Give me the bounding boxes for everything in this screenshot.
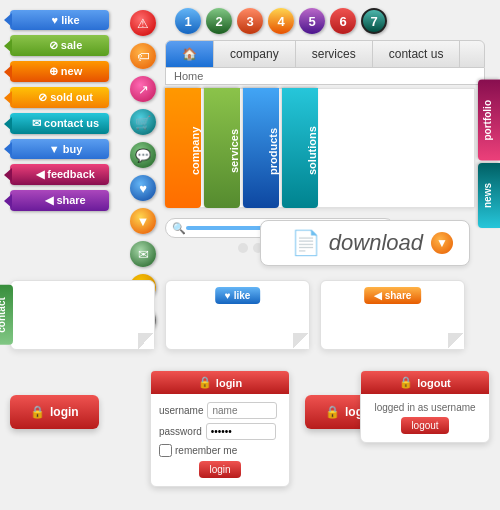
vertical-menu: company services products solutions	[165, 88, 318, 208]
home-icon: 🏠	[182, 47, 197, 61]
right-sidebar-tabs: portfolio news	[478, 80, 500, 228]
number-bubble-7[interactable]: 7	[361, 8, 387, 34]
circle-heart-icon[interactable]: ♥	[130, 175, 156, 201]
share-icon-small: ◀	[374, 290, 382, 301]
download-circle-icon: ▼	[431, 232, 453, 254]
circle-share-icon[interactable]: ↗	[130, 76, 156, 102]
vmenu-company[interactable]: company	[165, 88, 201, 208]
share-fold-card: ◀ share	[320, 280, 465, 350]
left-sidebar-buttons: ♥ like ⊘ sale ⊕ new ⊘ sold out ✉ contact…	[10, 10, 109, 211]
username-input[interactable]	[207, 402, 277, 419]
contact-fold-card: contact	[10, 280, 155, 350]
number-bubble-6[interactable]: 6	[330, 8, 356, 34]
login-form-header: 🔒 login	[151, 371, 289, 394]
lock-icon-logout: 🔒	[325, 405, 340, 419]
number-bubble-3[interactable]: 3	[237, 8, 263, 34]
logout-card: 🔒 logout logged in as username logout	[360, 370, 490, 443]
download-button[interactable]: 📄 download ▼	[260, 220, 470, 266]
like-fold-card: ♥ like	[165, 280, 310, 350]
sold-out-button[interactable]: ⊘ sold out	[10, 87, 109, 108]
logout-card-header: 🔒 logout	[361, 371, 489, 394]
vmenu-services[interactable]: services	[204, 88, 240, 208]
login-simple-button[interactable]: 🔒 login	[10, 395, 99, 429]
number-bubble-4[interactable]: 4	[268, 8, 294, 34]
remember-label: remember me	[175, 445, 237, 456]
remember-row: remember me	[159, 444, 281, 457]
nav-tabs: 🏠 company services contact us	[165, 40, 485, 68]
lock-icon: 🔒	[30, 405, 45, 419]
like-inner-tab[interactable]: ♥ like	[215, 287, 261, 304]
share-inner-tab[interactable]: ◀ share	[364, 287, 422, 304]
lock-icon-logout-card: 🔒	[399, 376, 413, 389]
download-label: download	[329, 230, 423, 256]
like-button[interactable]: ♥ like	[10, 10, 109, 30]
remember-checkbox[interactable]	[159, 444, 172, 457]
feedback-button[interactable]: ◀ feedback	[10, 164, 109, 185]
sale-button[interactable]: ⊘ sale	[10, 35, 109, 56]
number-bubble-1[interactable]: 1	[175, 8, 201, 34]
number-bubble-5[interactable]: 5	[299, 8, 325, 34]
login-simple-wrapper: 🔒 login	[10, 395, 99, 429]
buy-button[interactable]: ▼ buy	[10, 139, 109, 159]
nav-bar: 🏠 company services contact us Home	[165, 40, 485, 85]
logout-card-body: logged in as username logout	[361, 394, 489, 442]
password-row: password	[159, 423, 281, 440]
fold-corner	[138, 333, 154, 349]
search-icon: 🔍	[172, 222, 186, 235]
username-row: username	[159, 402, 281, 419]
login-submit-button[interactable]: login	[199, 461, 240, 478]
fold-corner-3	[448, 333, 464, 349]
circle-chat-icon[interactable]: 💬	[130, 142, 156, 168]
nav-home-tab[interactable]: 🏠	[166, 41, 214, 67]
vmenu-products[interactable]: products	[243, 88, 279, 208]
nav-contact-tab[interactable]: contact us	[373, 41, 461, 67]
password-input[interactable]	[206, 423, 276, 440]
username-label: username	[159, 405, 203, 416]
document-icon: 📄	[291, 229, 321, 257]
breadcrumb: Home	[165, 68, 485, 85]
circle-cart-icon[interactable]: 🛒	[130, 109, 156, 135]
heart-icon-small: ♥	[225, 290, 231, 301]
login-form-body: username password remember me login	[151, 394, 289, 486]
contact-tab[interactable]: contact	[0, 285, 13, 345]
circle-down-icon[interactable]: ▼	[130, 208, 156, 234]
circle-mail-icon[interactable]: ✉	[130, 241, 156, 267]
new-button[interactable]: ⊕ new	[10, 61, 109, 82]
logout-card-button[interactable]: logout	[401, 417, 448, 434]
vmenu-solutions[interactable]: solutions	[282, 88, 318, 208]
news-tab[interactable]: news	[478, 163, 500, 228]
login-form-card: 🔒 login username password remember me lo…	[150, 370, 290, 487]
fold-cards-row: contact ♥ like ◀ share	[10, 280, 465, 350]
logged-in-as-text: logged in as username	[369, 402, 481, 413]
circle-tag-icon[interactable]: 🏷	[130, 43, 156, 69]
share-button[interactable]: ◀ share	[10, 190, 109, 211]
nav-services-tab[interactable]: services	[296, 41, 373, 67]
fold-corner-2	[293, 333, 309, 349]
circle-alert-icon[interactable]: ⚠	[130, 10, 156, 36]
contact-us-button[interactable]: ✉ contact us	[10, 113, 109, 134]
number-bubble-2[interactable]: 2	[206, 8, 232, 34]
password-label: password	[159, 426, 202, 437]
portfolio-tab[interactable]: portfolio	[478, 80, 500, 161]
progress-dot-1[interactable]	[238, 243, 248, 253]
nav-company-tab[interactable]: company	[214, 41, 296, 67]
number-bubbles: 1 2 3 4 5 6 7	[175, 8, 387, 34]
lock-icon-login: 🔒	[198, 376, 212, 389]
